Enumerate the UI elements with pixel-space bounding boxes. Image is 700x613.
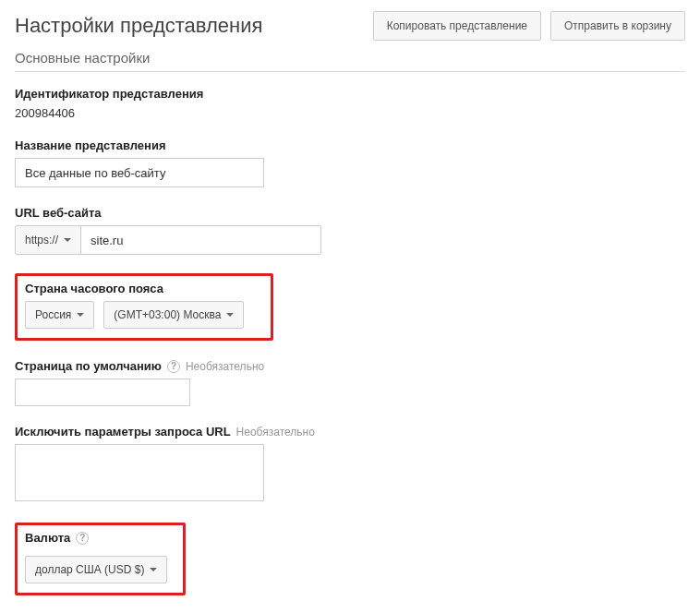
label-timezone: Страна часового пояса bbox=[25, 282, 263, 295]
currency-dropdown-label: доллар США (USD $) bbox=[35, 563, 144, 576]
field-view-id: Идентификатор представления 200984406 bbox=[15, 87, 685, 120]
label-view-id: Идентификатор представления bbox=[15, 87, 685, 101]
value-view-id: 200984406 bbox=[15, 106, 685, 120]
copy-view-button[interactable]: Копировать представление bbox=[373, 11, 541, 41]
label-currency: Валюта ? bbox=[25, 531, 175, 545]
section-heading-basic: Основные настройки bbox=[15, 50, 685, 72]
field-website-url: URL веб-сайта https:// bbox=[15, 206, 685, 255]
chevron-down-icon bbox=[77, 313, 84, 317]
field-default-page: Страница по умолчанию ? Необязательно bbox=[15, 359, 685, 406]
help-icon[interactable]: ? bbox=[76, 532, 89, 545]
optional-text: Необязательно bbox=[186, 360, 264, 373]
label-default-page: Страница по умолчанию ? Необязательно bbox=[15, 359, 685, 373]
label-exclude-params: Исключить параметры запроса URL Необязат… bbox=[15, 425, 685, 439]
input-default-page[interactable] bbox=[15, 379, 190, 406]
page-header: Настройки представления Копировать предс… bbox=[15, 11, 685, 41]
chevron-down-icon bbox=[226, 313, 234, 317]
label-website-url: URL веб-сайта bbox=[15, 206, 685, 220]
help-icon[interactable]: ? bbox=[167, 360, 180, 373]
field-currency: Валюта ? доллар США (USD $) bbox=[15, 523, 685, 595]
input-website-host[interactable] bbox=[81, 225, 321, 255]
timezone-dropdown-label: (GMT+03:00) Москва bbox=[114, 308, 221, 321]
label-view-name: Название представления bbox=[15, 138, 685, 152]
page-title: Настройки представления bbox=[15, 14, 262, 38]
field-timezone: Страна часового пояса Россия (GMT+03:00)… bbox=[15, 273, 685, 341]
chevron-down-icon bbox=[150, 568, 157, 571]
move-to-trash-button[interactable]: Отправить в корзину bbox=[550, 11, 685, 41]
highlight-currency: Валюта ? доллар США (USD $) bbox=[15, 523, 186, 595]
label-exclude-params-text: Исключить параметры запроса URL bbox=[15, 425, 231, 439]
protocol-dropdown-label: https:// bbox=[25, 234, 58, 246]
field-exclude-params: Исключить параметры запроса URL Необязат… bbox=[15, 425, 685, 504]
label-default-page-text: Страница по умолчанию bbox=[15, 359, 162, 373]
input-view-name[interactable] bbox=[15, 158, 264, 187]
header-buttons: Копировать представление Отправить в кор… bbox=[373, 11, 685, 41]
highlight-timezone: Страна часового пояса Россия (GMT+03:00)… bbox=[15, 273, 273, 341]
label-currency-text: Валюта bbox=[25, 531, 70, 545]
field-view-name: Название представления bbox=[15, 138, 685, 187]
country-dropdown[interactable]: Россия bbox=[25, 301, 94, 329]
country-dropdown-label: Россия bbox=[35, 308, 71, 321]
optional-text: Необязательно bbox=[236, 426, 315, 439]
timezone-dropdown[interactable]: (GMT+03:00) Москва bbox=[103, 301, 244, 329]
protocol-dropdown[interactable]: https:// bbox=[15, 225, 81, 255]
currency-dropdown[interactable]: доллар США (USD $) bbox=[25, 556, 167, 583]
chevron-down-icon bbox=[64, 238, 71, 242]
textarea-exclude-params[interactable] bbox=[15, 444, 264, 501]
